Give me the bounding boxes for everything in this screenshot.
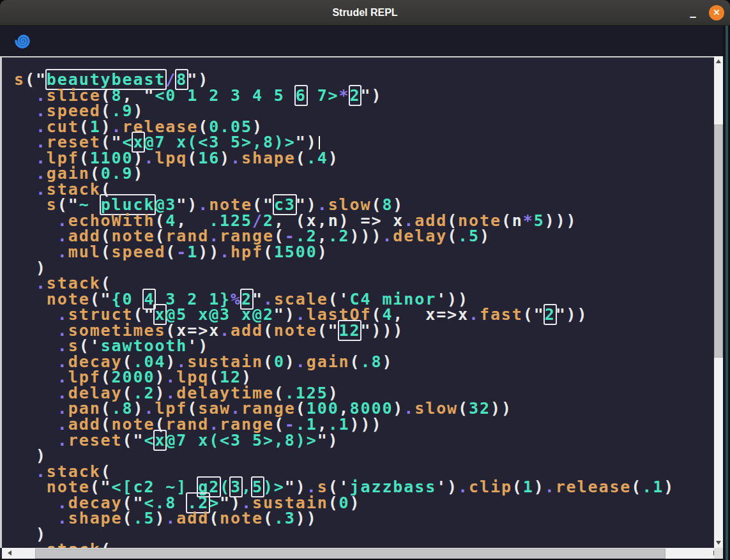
code-line[interactable]: .mul(speed(-1)).hpf(1500) (14, 245, 723, 261)
code-token: - (176, 243, 187, 261)
code-token: reset (68, 431, 123, 450)
code-token: ))) (545, 211, 577, 230)
code-token: => (436, 305, 458, 324)
code-token: )) (198, 243, 220, 261)
code-token: .5 (458, 227, 480, 245)
code-token: . (165, 509, 176, 527)
code-token: ( (501, 211, 512, 230)
horizontal-scrollbar[interactable] (2, 548, 723, 559)
strudel-repl-window: Strudel REPL – ✕ s("beautybeast/8") .sli… (0, 0, 730, 560)
close-button[interactable]: ✕ (709, 5, 724, 20)
code-line[interactable]: .stack( (14, 542, 723, 548)
code-token: @7 x(<3 5>,8)> (165, 431, 317, 450)
code-token: ( (101, 243, 112, 261)
code-token: (" (317, 321, 339, 340)
code-editor-content: s("beautybeast/8") .slice(8, "<0 1 2 3 4… (2, 57, 723, 548)
code-token: * (339, 86, 350, 105)
code-token: . (220, 321, 231, 340)
code-token: 1 (523, 478, 534, 496)
code-token: stack (47, 540, 101, 548)
text-cursor (319, 136, 320, 149)
scroll-up-arrow-icon (716, 59, 721, 63)
app-header (0, 26, 730, 57)
code-token: ) (382, 352, 393, 371)
code-token: ")) (556, 305, 588, 324)
vertical-scrollbar[interactable] (714, 56, 723, 548)
code-token: . (404, 399, 414, 418)
scroll-down-button[interactable] (714, 538, 723, 548)
scroll-up-button[interactable] (714, 56, 723, 66)
code-token: . (296, 352, 307, 371)
active-pattern-token: 6 (296, 86, 307, 105)
code-token: . (144, 149, 155, 167)
code-token: add (231, 321, 263, 340)
code-token: ))) (350, 415, 383, 434)
code-token: shape (68, 509, 123, 527)
code-token: 0 (339, 494, 350, 512)
code-line[interactable]: ) (14, 261, 723, 276)
code-token: .1 (642, 478, 664, 496)
code-line[interactable]: .gain(0.9) (14, 166, 723, 182)
code-token: . (220, 243, 231, 261)
code-token: . (57, 509, 68, 527)
code-token: ) (480, 227, 490, 245)
close-icon: ✕ (713, 8, 720, 17)
code-editor[interactable]: s("beautybeast/8") .slice(8, "<0 1 2 3 4… (0, 57, 723, 548)
code-token: ) (328, 149, 339, 167)
code-token: ( (263, 243, 274, 261)
code-line[interactable]: ) (14, 448, 723, 464)
scroll-left-button[interactable] (2, 548, 19, 559)
code-token: 7> (307, 86, 339, 105)
code-token: ( (209, 509, 220, 527)
code-token: . (545, 478, 556, 496)
minimize-button[interactable]: – (684, 0, 702, 26)
code-token: ( (328, 494, 339, 512)
code-token: release (556, 478, 632, 496)
code-token (14, 540, 36, 548)
code-token: 1 (187, 243, 198, 261)
code-line[interactable]: .shape(.5).add(note(.3)) (14, 511, 723, 527)
code-token: add (176, 509, 209, 527)
code-token: x (458, 305, 469, 324)
code-token: ) (534, 478, 545, 496)
code-token: (" (523, 305, 545, 324)
code-token: < (144, 431, 155, 450)
scroll-down-arrow-icon (716, 541, 721, 545)
vertical-scrollbar-thumb[interactable] (714, 125, 723, 358)
code-token: clip (469, 478, 512, 496)
active-pattern-token: 2 (545, 305, 556, 324)
code-token: ))) (350, 227, 383, 245)
strudel-logo-icon[interactable] (13, 31, 31, 50)
active-pattern-token: x (155, 431, 165, 450)
code-token: ( (447, 227, 458, 245)
code-token: gain (307, 352, 350, 371)
code-token: 0 (274, 352, 285, 371)
code-line[interactable]: .reset("<x@7 x(<3 5>,8)>") (14, 433, 723, 449)
code-token: ") (360, 86, 382, 105)
code-token: ( (263, 352, 274, 371)
horizontal-scrollbar-thumb[interactable] (35, 549, 665, 559)
code-token: x (425, 305, 436, 324)
window-title: Strudel REPL (0, 0, 730, 26)
code-token: mul (68, 243, 101, 261)
code-token: delay (393, 227, 447, 245)
code-token: hpf (231, 243, 263, 261)
code-token: x (209, 321, 220, 340)
code-token: ") (317, 431, 339, 450)
code-token: ) (155, 509, 165, 527)
code-token: . (57, 431, 68, 450)
code-line[interactable]: ) (14, 527, 723, 543)
code-token: ) (285, 352, 296, 371)
code-token: )) (296, 509, 317, 527)
code-token: ( (458, 399, 469, 418)
code-token: ( (263, 509, 274, 527)
active-pattern-token: 12 (339, 321, 361, 340)
code-token: .8 (361, 352, 383, 371)
active-pattern-token: 2 (350, 86, 361, 105)
code-token: 16 (198, 149, 220, 167)
code-token: .5 (133, 509, 155, 527)
code-token: ) (393, 399, 404, 418)
code-token: . (36, 540, 47, 548)
title-bar: Strudel REPL – ✕ (0, 0, 730, 26)
scrollbar-corner (714, 548, 723, 559)
